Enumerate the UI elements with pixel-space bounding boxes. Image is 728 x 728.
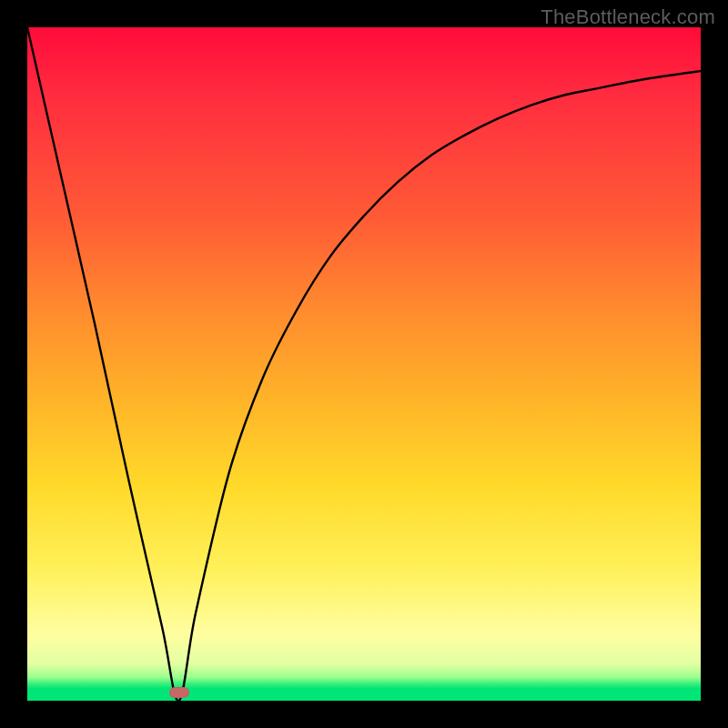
plot-area bbox=[27, 27, 701, 701]
chart-frame: TheBottleneck.com bbox=[0, 0, 728, 728]
optimal-marker bbox=[169, 687, 189, 698]
watermark-text: TheBottleneck.com bbox=[541, 5, 715, 29]
bottleneck-curve bbox=[27, 27, 701, 701]
